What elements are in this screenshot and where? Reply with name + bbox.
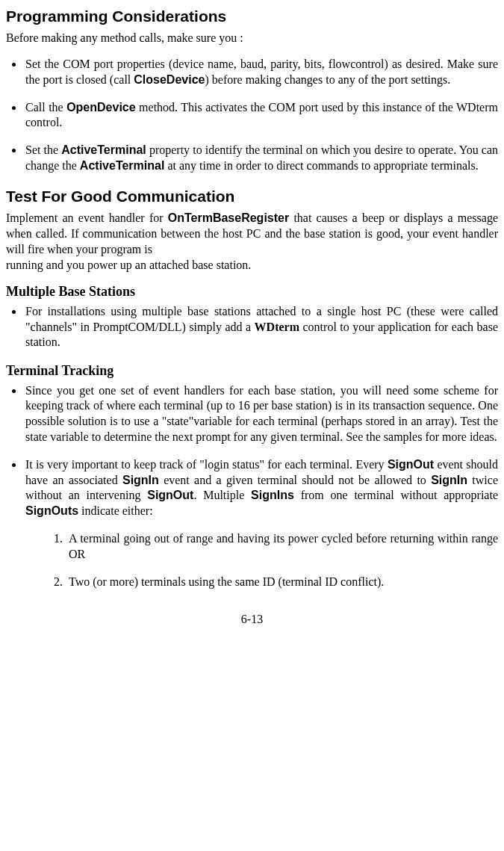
page-number: 6-13 <box>6 612 498 628</box>
heading-terminal-tracking: Terminal Tracking <box>6 362 498 380</box>
text: from one terminal without appropriate <box>294 489 498 501</box>
test-paragraph-line2: running and you power up an attached bas… <box>6 258 498 273</box>
intro-paragraph: Before making any method calls, make sur… <box>6 31 498 46</box>
test-paragraph: Implement an event handler for OnTermBas… <box>6 211 498 257</box>
bold-term: SignOut <box>388 458 434 471</box>
bold-term: SignIn <box>431 474 467 486</box>
list-item: Since you get one set of event handlers … <box>24 383 498 445</box>
bold-term: ActiveTerminal <box>80 159 165 172</box>
heading-multiple-base-stations: Multiple Base Stations <box>6 283 498 300</box>
bold-term: SignIn <box>122 474 159 486</box>
bold-term: OnTermBaseRegister <box>168 211 289 224</box>
list-item: A terminal going out of range and having… <box>66 531 498 563</box>
text: Call the <box>25 101 66 114</box>
list-item: For installations using multiple base st… <box>24 304 498 350</box>
bold-term: ActiveTerminal <box>61 143 146 156</box>
bold-term: SignIns <box>251 489 294 501</box>
bold-term: WDterm <box>255 321 299 333</box>
list-item: Set the COM port properties (device name… <box>24 57 498 88</box>
list-item: Call the OpenDevice method. This activat… <box>24 100 498 131</box>
track-bullet-list: Since you get one set of event handlers … <box>6 383 498 519</box>
text: at any time in order to direct commands … <box>164 159 478 172</box>
text: Set the <box>25 143 61 156</box>
bold-term: SignOut <box>147 489 193 501</box>
numbered-list: A terminal going out of range and having… <box>6 531 498 589</box>
list-item: It is very important to keep track of "l… <box>24 457 498 519</box>
text: ) before making changes to any of the po… <box>205 73 450 86</box>
bold-term: OpenDevice <box>66 101 135 114</box>
heading-programming-considerations: Programming Considerations <box>6 6 498 26</box>
heading-test-communication: Test For Good Communication <box>6 186 498 206</box>
list-item: Set the ActiveTerminal property to ident… <box>24 143 498 174</box>
bold-term: CloseDevice <box>134 73 205 86</box>
prog-bullet-list: Set the COM port properties (device name… <box>6 57 498 174</box>
text: It is very important to keep track of "l… <box>25 458 388 471</box>
text: event and a given terminal should not be… <box>159 474 431 486</box>
multi-bullet-list: For installations using multiple base st… <box>6 304 498 350</box>
text: Implement an event handler for <box>6 211 168 224</box>
list-item: Two (or more) terminals using the same I… <box>66 575 498 590</box>
text: . Multiple <box>193 489 251 501</box>
bold-term: SignOuts <box>25 504 78 517</box>
text: indicate either: <box>78 504 153 517</box>
